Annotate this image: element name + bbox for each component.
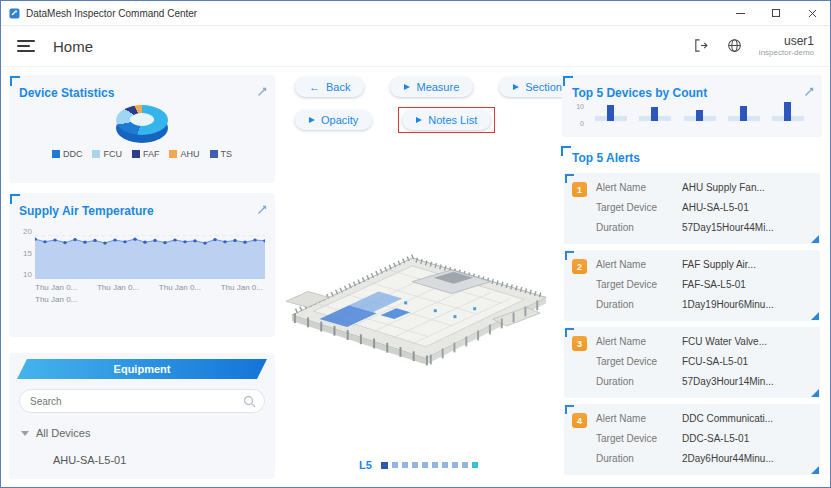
alert-row: Alert NameFCU Water Valve... <box>596 336 812 347</box>
alert-field-label: Duration <box>596 299 682 310</box>
menu-hamburger-icon[interactable] <box>17 40 35 52</box>
user-name: user1 <box>784 35 814 49</box>
panel-edit-icon[interactable] <box>257 83 267 101</box>
app-header: Home user1 inspector-demo <box>1 26 830 67</box>
device-tree-root[interactable]: All Devices <box>21 427 263 439</box>
legend-item: TS <box>210 149 233 159</box>
ytick-label: 0 <box>572 120 584 127</box>
search-box <box>19 389 265 413</box>
bar-group-fcu <box>639 103 671 127</box>
ytick-label: 10 <box>572 103 584 110</box>
ytick-label: 15 <box>19 249 32 258</box>
tree-root-label: All Devices <box>36 427 90 439</box>
logout-button[interactable] <box>691 36 711 56</box>
page-dot[interactable] <box>412 462 418 468</box>
tool-button-back[interactable]: ←Back <box>295 77 364 97</box>
arrow-icon <box>309 117 315 123</box>
alert-index-badge: 2 <box>572 259 587 274</box>
tool-button-measure[interactable]: Measure <box>390 77 473 97</box>
equipment-header: Equipment <box>17 359 267 379</box>
left-column: Device Statistics DDCFCUFAFAHUTS Supply … <box>9 75 275 479</box>
close-button[interactable] <box>794 1 830 25</box>
language-globe-button[interactable] <box>725 36 745 56</box>
page-dot[interactable] <box>442 462 448 468</box>
alert-card[interactable]: 3Alert NameFCU Water Valve...Target Devi… <box>564 327 820 398</box>
building-model[interactable] <box>286 191 552 393</box>
tool-button-notes-list[interactable]: Notes List <box>402 110 491 130</box>
app-logo-icon <box>9 8 20 19</box>
page-dot[interactable] <box>472 462 478 468</box>
alert-row: Duration57Day3Hour14Min... <box>596 376 812 387</box>
legend-swatch <box>210 150 218 158</box>
search-input[interactable] <box>19 389 265 413</box>
toolbar-row-2: OpacityNotes List <box>295 107 554 133</box>
arrow-icon <box>416 117 422 123</box>
alert-card[interactable]: 1Alert NameAHU Supply Fan...Target Devic… <box>564 173 820 244</box>
legend-swatch <box>169 150 177 158</box>
tool-button-opacity[interactable]: Opacity <box>295 110 372 130</box>
search-icon <box>243 394 256 412</box>
alerts-list: 1Alert NameAHU Supply Fan...Target Devic… <box>564 173 820 475</box>
device-tree-item[interactable]: AHU-SA-L5-01 <box>15 447 269 473</box>
tool-button-label: Section <box>525 81 562 93</box>
minimize-icon <box>736 13 745 14</box>
alert-card[interactable]: 2Alert NameFAF Supply Air...Target Devic… <box>564 250 820 321</box>
alert-field-value: 57Day15Hour44Mi... <box>682 222 774 233</box>
alert-index-badge: 4 <box>572 413 587 428</box>
page-dot[interactable] <box>462 462 468 468</box>
panel-title: Top 5 Devices by Count <box>572 86 707 100</box>
minimize-button[interactable] <box>722 1 758 25</box>
alert-row: Target DeviceFCU-SA-L5-01 <box>596 356 812 367</box>
alert-row: Alert NameAHU Supply Fan... <box>596 182 812 193</box>
alert-field-label: Target Device <box>596 279 682 290</box>
user-menu[interactable]: user1 inspector-demo <box>759 35 814 58</box>
alert-field-value: DDC Communicati... <box>682 413 773 424</box>
page-dot[interactable] <box>452 462 458 468</box>
toolbar-row-1: ←BackMeasureSection <box>295 77 554 97</box>
floor-pager: L5 <box>283 459 554 471</box>
alert-field-label: Alert Name <box>596 336 682 347</box>
legend-label: FAF <box>143 149 160 159</box>
alert-card[interactable]: 4Alert NameDDC Communicati...Target Devi… <box>564 404 820 475</box>
equipment-panel: Equipment All Devices AHU-SA-L5-01FCU-SA… <box>9 353 275 479</box>
tool-button-label: Back <box>326 81 350 93</box>
legend-item: DDC <box>52 149 83 159</box>
alert-field-value: FCU-SA-L5-01 <box>682 356 748 367</box>
alert-row: Target DeviceFAF-SA-L5-01 <box>596 279 812 290</box>
device-tree-item[interactable]: FCU-SA-L5-01 <box>15 473 269 479</box>
user-role: inspector-demo <box>759 48 814 57</box>
alert-row: Target DeviceDDC-SA-L5-01 <box>596 433 812 444</box>
page-dot[interactable] <box>402 462 408 468</box>
page-dot[interactable] <box>381 462 388 469</box>
bar-group-ddc <box>595 103 627 127</box>
app-window: DataMesh Inspector Command Center Home u… <box>0 0 831 488</box>
bar <box>784 102 791 121</box>
alert-field-label: Duration <box>596 453 682 464</box>
legend-label: AHU <box>180 149 199 159</box>
alert-field-label: Target Device <box>596 356 682 367</box>
right-column: Top 5 Devices by Count 100 Top 5 Alerts … <box>562 75 822 479</box>
window-controls <box>722 1 830 25</box>
top-devices-chart-area: 100 <box>572 103 812 127</box>
alert-field-value: DDC-SA-L5-01 <box>682 433 749 444</box>
alert-field-value: AHU-SA-L5-01 <box>682 202 749 213</box>
supply-air-panel: Supply Air Temperature 201510 Thu Jan 0.… <box>9 193 275 337</box>
tool-button-label: Measure <box>416 81 459 93</box>
maximize-button[interactable] <box>758 1 794 25</box>
panel-edit-icon[interactable] <box>257 201 267 219</box>
alert-field-label: Alert Name <box>596 259 682 270</box>
model-viewport[interactable] <box>286 191 552 397</box>
page-dot[interactable] <box>432 462 438 468</box>
main-content: Device Statistics DDCFCUFAFAHUTS Supply … <box>1 67 830 487</box>
annotation-highlight-box: Notes List <box>398 107 495 133</box>
bar <box>696 110 703 121</box>
device-statistics-panel: Device Statistics DDCFCUFAFAHUTS <box>9 75 275 183</box>
page-dot[interactable] <box>392 462 398 468</box>
titlebar: DataMesh Inspector Command Center <box>1 1 830 26</box>
page-dot[interactable] <box>422 462 428 468</box>
bar <box>607 105 614 121</box>
panel-edit-icon[interactable] <box>804 83 814 101</box>
legend-item: FAF <box>132 149 160 159</box>
legend-item: AHU <box>169 149 199 159</box>
alert-index-badge: 3 <box>572 336 587 351</box>
